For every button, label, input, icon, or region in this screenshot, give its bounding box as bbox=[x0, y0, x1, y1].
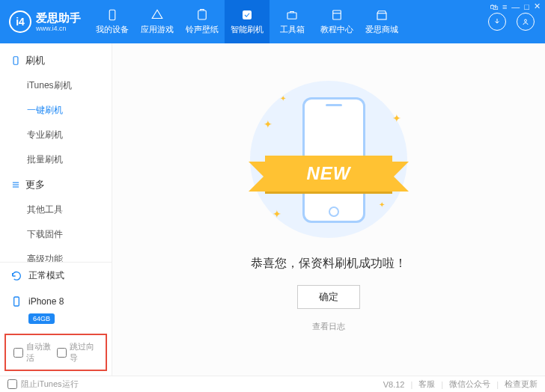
device-name: iPhone 8 bbox=[28, 296, 64, 307]
success-message: 恭喜您，保资料刷机成功啦！ bbox=[251, 256, 407, 272]
svg-rect-1 bbox=[198, 10, 207, 19]
svg-point-7 bbox=[525, 19, 527, 22]
user-button[interactable] bbox=[517, 13, 535, 31]
nav-ringtones[interactable]: 铃声壁纸 bbox=[180, 0, 225, 43]
footer-link-support[interactable]: 客服 bbox=[418, 379, 435, 390]
header: i4 爱思助手 www.i4.cn 我的设备 应用游戏 铃声壁纸 智能刷机 工具… bbox=[0, 0, 545, 43]
sidebar-item-pro-flash[interactable]: 专业刷机 bbox=[0, 123, 112, 147]
auto-activate-input[interactable] bbox=[13, 348, 23, 358]
sparkle-icon: ✦ bbox=[272, 208, 281, 220]
success-illustration: NEW ✦ ✦ ✦ ✦ ✦ bbox=[250, 81, 407, 238]
sidebar: 刷机 iTunes刷机 一键刷机 专业刷机 批量刷机 更多 其他工具 下载固件 … bbox=[0, 43, 112, 376]
brand: 爱思助手 www.i4.cn bbox=[36, 11, 81, 33]
options-row: 自动激活 跳过向导 bbox=[4, 334, 107, 371]
menu-icon[interactable]: ≡ bbox=[502, 2, 507, 11]
sidebar-group-title: 刷机 bbox=[25, 54, 45, 67]
svg-rect-12 bbox=[14, 297, 19, 306]
nav-toolbox[interactable]: 工具箱 bbox=[270, 0, 314, 43]
minimize-button[interactable]: — bbox=[511, 2, 520, 11]
svg-rect-3 bbox=[287, 13, 296, 19]
block-itunes-input[interactable] bbox=[7, 379, 17, 389]
svg-rect-8 bbox=[13, 57, 18, 65]
sidebar-bottom: 正常模式 iPhone 8 64GB 自动激活 跳过向导 bbox=[0, 262, 112, 376]
nav-label: 爱思商城 bbox=[365, 24, 398, 35]
block-itunes-checkbox[interactable]: 阻止iTunes运行 bbox=[7, 379, 79, 390]
nav-flash[interactable]: 智能刷机 bbox=[225, 0, 270, 43]
brand-url: www.i4.cn bbox=[36, 25, 81, 33]
version-label: V8.12 bbox=[383, 380, 405, 389]
sidebar-item-batch-flash[interactable]: 批量刷机 bbox=[0, 147, 112, 172]
refresh-icon bbox=[10, 270, 22, 282]
nav-shop[interactable]: 爱思商城 bbox=[359, 0, 404, 43]
footer-link-update[interactable]: 检查更新 bbox=[505, 379, 538, 390]
sidebar-scroll: 刷机 iTunes刷机 一键刷机 专业刷机 批量刷机 更多 其他工具 下载固件 … bbox=[0, 43, 112, 262]
mode-row[interactable]: 正常模式 bbox=[0, 263, 112, 289]
maximize-button[interactable]: □ bbox=[524, 2, 529, 11]
nav-tutorials[interactable]: 教程中心 bbox=[314, 0, 359, 43]
footer: 阻止iTunes运行 V8.12 | 客服 | 微信公众号 | 检查更新 bbox=[0, 376, 545, 392]
close-button[interactable]: ✕ bbox=[534, 1, 541, 11]
nav-label: 应用游戏 bbox=[141, 24, 174, 35]
download-button[interactable] bbox=[488, 13, 506, 31]
sparkle-icon: ✦ bbox=[264, 118, 272, 130]
mode-label: 正常模式 bbox=[28, 269, 64, 282]
sidebar-item-itunes-flash[interactable]: iTunes刷机 bbox=[0, 73, 112, 98]
checkbox-label: 阻止iTunes运行 bbox=[21, 379, 79, 390]
svg-rect-6 bbox=[377, 13, 386, 19]
nav-label: 铃声壁纸 bbox=[186, 24, 219, 35]
divider: | bbox=[441, 380, 443, 389]
storage-badge: 64GB bbox=[28, 313, 55, 324]
footer-link-wechat[interactable]: 微信公众号 bbox=[449, 379, 490, 390]
sparkle-icon: ✦ bbox=[379, 200, 385, 209]
logo-area: i4 爱思助手 www.i4.cn bbox=[0, 0, 90, 43]
sidebar-item-one-click-flash[interactable]: 一键刷机 bbox=[0, 98, 112, 123]
nav-label: 我的设备 bbox=[96, 24, 129, 35]
nav-apps[interactable]: 应用游戏 bbox=[135, 0, 180, 43]
skip-wizard-checkbox[interactable]: 跳过向导 bbox=[57, 341, 99, 364]
svg-rect-4 bbox=[333, 10, 341, 19]
skip-wizard-input[interactable] bbox=[57, 348, 67, 358]
book-icon bbox=[330, 8, 344, 22]
sparkle-icon: ✦ bbox=[280, 94, 286, 102]
sidebar-group-more[interactable]: 更多 bbox=[0, 172, 112, 197]
footer-right: V8.12 | 客服 | 微信公众号 | 检查更新 bbox=[383, 379, 538, 390]
device-row[interactable]: iPhone 8 64GB bbox=[0, 289, 112, 331]
sidebar-group-flash[interactable]: 刷机 bbox=[0, 48, 112, 73]
window-controls: 🛍 ≡ — □ ✕ bbox=[490, 1, 541, 11]
main-panel: NEW ✦ ✦ ✦ ✦ ✦ 恭喜您，保资料刷机成功啦！ 确定 查看日志 bbox=[112, 43, 545, 376]
nav-label: 教程中心 bbox=[320, 24, 353, 35]
checkbox-label: 自动激活 bbox=[26, 341, 55, 364]
phone-icon bbox=[106, 8, 119, 22]
cart-icon[interactable]: 🛍 bbox=[490, 2, 498, 11]
nav-label: 工具箱 bbox=[280, 24, 305, 35]
new-ribbon: NEW bbox=[265, 156, 392, 192]
sidebar-item-advanced[interactable]: 高级功能 bbox=[0, 247, 112, 262]
sidebar-item-other-tools[interactable]: 其他工具 bbox=[0, 197, 112, 222]
top-nav: 我的设备 应用游戏 铃声壁纸 智能刷机 工具箱 教程中心 爱思商城 bbox=[90, 0, 478, 43]
divider: | bbox=[496, 380, 499, 389]
phone-outline-icon bbox=[10, 55, 21, 66]
flash-icon bbox=[240, 8, 254, 22]
logo-icon: i4 bbox=[9, 10, 31, 33]
nav-my-device[interactable]: 我的设备 bbox=[90, 0, 135, 43]
music-icon bbox=[195, 8, 209, 22]
toolbox-icon bbox=[285, 8, 299, 22]
apps-icon bbox=[150, 8, 164, 22]
sparkle-icon: ✦ bbox=[392, 112, 401, 124]
sidebar-group-title: 更多 bbox=[25, 178, 45, 192]
brand-name: 爱思助手 bbox=[36, 11, 81, 25]
svg-rect-2 bbox=[243, 10, 252, 19]
shop-icon bbox=[375, 8, 389, 22]
list-icon bbox=[10, 180, 21, 190]
divider: | bbox=[410, 380, 412, 389]
auto-activate-checkbox[interactable]: 自动激活 bbox=[13, 341, 55, 364]
ok-button[interactable]: 确定 bbox=[297, 285, 360, 309]
sidebar-item-download-fw[interactable]: 下载固件 bbox=[0, 222, 112, 247]
nav-label: 智能刷机 bbox=[231, 24, 264, 35]
body: 刷机 iTunes刷机 一键刷机 专业刷机 批量刷机 更多 其他工具 下载固件 … bbox=[0, 43, 545, 376]
checkbox-label: 跳过向导 bbox=[70, 341, 99, 364]
device-icon bbox=[10, 295, 22, 307]
svg-rect-0 bbox=[109, 10, 115, 20]
view-log-link[interactable]: 查看日志 bbox=[312, 321, 345, 332]
